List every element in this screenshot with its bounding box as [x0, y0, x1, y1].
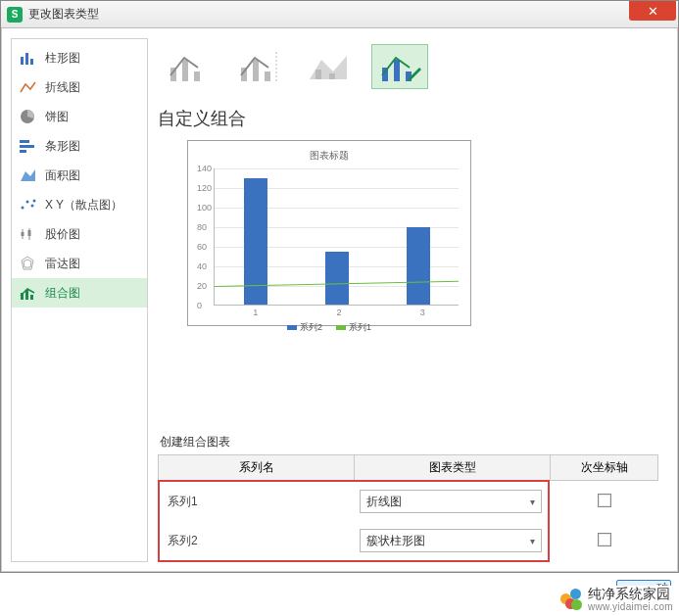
series-config-table: 系列名 图表类型 次坐标轴: [158, 454, 658, 481]
radar-chart-icon: [20, 257, 37, 270]
dropdown-value: 簇状柱形图: [366, 533, 425, 549]
chart-bar: [407, 227, 430, 306]
series-row: 系列2 簇状柱形图 ▾: [160, 521, 548, 560]
scatter-chart-icon: [20, 198, 37, 212]
svg-point-10: [31, 205, 34, 208]
header-chart-type: 图表类型: [355, 455, 551, 481]
svg-rect-5: [20, 145, 34, 148]
watermark-logo-icon: [560, 589, 582, 610]
ytick: 120: [197, 183, 212, 193]
svg-rect-0: [21, 57, 24, 65]
svg-rect-20: [30, 295, 33, 300]
dialog-body: 柱形图 折线图 饼图 条形图: [1, 28, 678, 572]
sidebar-item-combo[interactable]: 组合图: [12, 278, 147, 308]
bar-chart-icon: [20, 139, 37, 153]
ytick: 100: [197, 203, 212, 213]
xtick: 3: [420, 308, 425, 317]
sidebar-item-label: 组合图: [45, 285, 80, 302]
series-rows-highlight: 系列1 折线图 ▾ 系列2 簇状柱形图: [158, 480, 550, 562]
ytick: 0: [197, 301, 202, 310]
combo-subtype-1[interactable]: [160, 44, 217, 89]
combo-chart-icon: [20, 286, 37, 300]
chart-bar: [325, 252, 349, 306]
chart-title: 图表标题: [194, 149, 464, 163]
chart-bar: [244, 178, 267, 306]
series-name: 系列2: [160, 533, 354, 549]
svg-rect-32: [394, 60, 400, 81]
dialog-window: S 更改图表类型 ✕ 柱形图 折线图 饼图: [0, 0, 679, 573]
watermark: 纯净系统家园 www.yidaimei.com: [560, 586, 673, 612]
svg-rect-22: [182, 60, 188, 81]
xtick: 2: [336, 308, 341, 317]
dropdown-value: 折线图: [366, 494, 402, 510]
sidebar-item-pie[interactable]: 饼图: [12, 102, 147, 131]
header-series-name: 系列名: [159, 455, 355, 481]
window-title: 更改图表类型: [28, 6, 99, 23]
svg-rect-1: [25, 53, 28, 65]
legend-label: 系列1: [349, 322, 371, 332]
line-chart-icon: [20, 80, 37, 94]
svg-rect-2: [30, 59, 33, 65]
section-title: 自定义组合: [158, 107, 658, 130]
sidebar-item-label: 柱形图: [45, 50, 80, 67]
sidebar-item-label: 股价图: [45, 226, 80, 243]
area-chart-icon: [20, 168, 37, 182]
combo-subtype-custom[interactable]: [371, 44, 428, 89]
series-name: 系列1: [160, 494, 354, 510]
chart-preview: 图表标题 140 120 100 80 60 40 20 0: [187, 140, 471, 326]
svg-point-11: [33, 200, 36, 203]
legend-label: 系列2: [300, 322, 322, 332]
combo-subtype-row: [158, 38, 658, 101]
svg-marker-28: [310, 56, 347, 79]
svg-rect-13: [22, 232, 24, 236]
header-secondary-axis: 次坐标轴: [551, 455, 658, 481]
ytick: 80: [197, 222, 207, 232]
secondary-axis-checkbox[interactable]: [598, 533, 611, 546]
svg-point-9: [26, 201, 29, 204]
sidebar-item-label: 折线图: [45, 79, 80, 96]
ytick: 20: [197, 281, 207, 291]
combo-subtype-2[interactable]: [230, 44, 287, 89]
chart-plot-area: 140 120 100 80 60 40 20 0: [214, 168, 459, 306]
sidebar-item-radar[interactable]: 雷达图: [12, 249, 147, 278]
svg-rect-4: [20, 140, 29, 143]
create-combo-label: 创建组合图表: [160, 434, 658, 450]
sidebar-item-bar[interactable]: 条形图: [12, 131, 147, 161]
svg-rect-15: [28, 230, 31, 236]
svg-marker-17: [24, 260, 31, 267]
sidebar-item-label: 面积图: [45, 167, 80, 184]
close-button[interactable]: ✕: [629, 1, 676, 21]
chart-type-sidebar: 柱形图 折线图 饼图 条形图: [11, 38, 148, 562]
combo-subtype-3[interactable]: [301, 44, 358, 89]
svg-marker-7: [21, 169, 35, 181]
sidebar-item-line[interactable]: 折线图: [12, 72, 147, 102]
ytick: 40: [197, 261, 207, 271]
sidebar-item-area[interactable]: 面积图: [12, 161, 147, 190]
chart-legend: 系列2 系列1: [194, 321, 464, 334]
sidebar-item-stock[interactable]: 股价图: [12, 219, 147, 249]
svg-rect-30: [329, 73, 335, 79]
sidebar-item-column[interactable]: 柱形图: [12, 43, 147, 72]
chevron-down-icon: ▾: [530, 497, 535, 507]
ytick: 60: [197, 242, 207, 252]
svg-rect-23: [194, 71, 200, 81]
main-panel: 自定义组合 图表标题 140 120 100 80 60 40 20 0: [148, 38, 668, 562]
svg-rect-6: [20, 150, 26, 153]
watermark-brand: 纯净系统家园: [588, 586, 670, 601]
pie-chart-icon: [20, 110, 37, 123]
column-chart-icon: [20, 51, 37, 65]
series-row: 系列1 折线图 ▾: [160, 482, 548, 521]
sidebar-item-label: X Y（散点图）: [45, 197, 122, 213]
secondary-axis-checkbox[interactable]: [598, 494, 611, 507]
app-icon: S: [7, 7, 23, 23]
watermark-url: www.yidaimei.com: [588, 601, 673, 612]
stock-chart-icon: [20, 227, 37, 241]
sidebar-item-scatter[interactable]: X Y（散点图）: [12, 190, 147, 219]
chevron-down-icon: ▾: [530, 536, 535, 546]
ytick: 140: [197, 164, 212, 173]
svg-rect-29: [315, 70, 321, 79]
series-type-dropdown[interactable]: 折线图 ▾: [360, 490, 542, 513]
series-type-dropdown[interactable]: 簇状柱形图 ▾: [360, 529, 542, 552]
svg-rect-25: [253, 60, 259, 81]
xtick: 1: [253, 308, 258, 317]
